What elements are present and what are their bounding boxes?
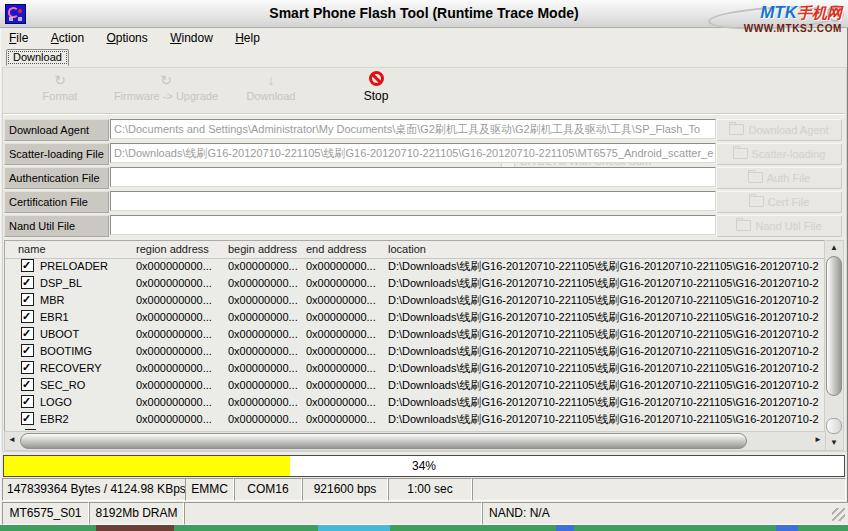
scroll-right-arrow-icon[interactable]: ► <box>811 432 825 450</box>
check-icon: ✓ <box>22 292 31 308</box>
tab-strip: Download <box>0 49 848 67</box>
row-checkbox[interactable]: ✓ <box>21 395 34 408</box>
end-address-value: 0x00000000... <box>306 292 386 309</box>
auth-file-label: Authentication File <box>4 167 109 189</box>
col-region-address[interactable]: region address <box>136 241 209 257</box>
table-row[interactable]: ✓BOOTIMG 0x000000000... 0x00000000... 0x… <box>5 343 825 360</box>
table-header: name region address begin address end ad… <box>5 241 825 259</box>
row-checkbox[interactable]: ✓ <box>21 412 34 425</box>
table-row[interactable]: ✓MBR 0x000000000... 0x00000000... 0x0000… <box>5 292 825 309</box>
folder-icon <box>733 148 748 159</box>
location-value: D:\Downloads\线刷G16-20120710-221105\线刷G16… <box>388 394 825 411</box>
row-checkbox[interactable]: ✓ <box>21 293 34 306</box>
menu-action[interactable]: Action <box>46 28 89 48</box>
auth-file-path-input[interactable] <box>110 167 716 187</box>
nand-util-path-input[interactable] <box>110 215 716 235</box>
check-icon: ✓ <box>22 360 31 376</box>
format-button[interactable]: ↻ Format <box>20 71 100 111</box>
partition-name: PRELOADER <box>40 260 108 272</box>
end-address-value: 0x00000000... <box>306 309 386 326</box>
download-button[interactable]: ↓ Download <box>231 71 311 111</box>
begin-address-value: 0x00000000... <box>228 394 304 411</box>
table-row[interactable]: ✓EBR1 0x000000000... 0x00000000... 0x000… <box>5 309 825 326</box>
menu-file[interactable]: File <box>4 28 33 48</box>
region-address-value: 0x000000000... <box>136 394 226 411</box>
check-icon: ✓ <box>22 394 31 410</box>
cert-browse-button[interactable]: Cert File <box>716 191 842 213</box>
menu-window[interactable]: Window <box>165 28 218 48</box>
cert-file-path-input[interactable] <box>110 191 716 211</box>
row-checkbox[interactable]: ✓ <box>21 378 34 391</box>
stop-button[interactable]: Stop <box>346 71 406 111</box>
tab-download[interactable]: Download <box>6 49 69 66</box>
table-row[interactable]: ✓PRELOADER 0x000000000... 0x00000000... … <box>5 258 825 275</box>
col-name[interactable]: name <box>18 241 46 257</box>
check-icon: ✓ <box>22 377 31 393</box>
region-address-value: 0x000000000... <box>136 292 226 309</box>
row-checkbox[interactable]: ✓ <box>21 259 34 272</box>
table-body: ✓PRELOADER 0x000000000... 0x00000000... … <box>5 258 825 428</box>
scroll-left-arrow-icon[interactable]: ◄ <box>5 432 19 450</box>
region-address-value: 0x000000000... <box>136 343 226 360</box>
partition-name: EBR1 <box>40 311 69 323</box>
partition-name: LOGO <box>40 396 72 408</box>
cert-file-label: Certification File <box>4 191 109 213</box>
partition-name: BOOTIMG <box>40 345 92 357</box>
row-checkbox[interactable]: ✓ <box>21 327 34 340</box>
vertical-scroll-thumb[interactable] <box>826 256 842 396</box>
nand-util-browse-button[interactable]: Nand Util File <box>716 215 842 237</box>
check-icon: ✓ <box>22 326 31 342</box>
stop-icon <box>369 71 384 86</box>
row-checkbox[interactable]: ✓ <box>21 344 34 357</box>
region-address-value: 0x000000000... <box>136 411 226 428</box>
table-row[interactable]: ✓RECOVERY 0x000000000... 0x00000000... 0… <box>5 360 825 377</box>
horizontal-scroll-thumb[interactable] <box>20 433 747 449</box>
col-begin-address[interactable]: begin address <box>228 241 297 257</box>
region-address-value: 0x000000000... <box>136 309 226 326</box>
end-address-value: 0x00000000... <box>306 258 386 275</box>
row-checkbox[interactable]: ✓ <box>21 361 34 374</box>
folder-icon <box>749 196 764 207</box>
location-value: D:\Downloads\线刷G16-20120710-221105\线刷G16… <box>388 275 825 292</box>
scroll-up-arrow-icon[interactable]: ▲ <box>825 241 843 255</box>
table-row[interactable]: ✓EBR2 0x000000000... 0x00000000... 0x000… <box>5 411 825 428</box>
partition-table: name region address begin address end ad… <box>4 240 825 431</box>
auth-browse-button[interactable]: Auth File <box>716 167 842 189</box>
horizontal-scrollbar[interactable]: ◄ ► <box>4 431 826 451</box>
scatter-file-path-input[interactable]: D:\Downloads\线刷G16-20120710-221105\线刷G16… <box>110 143 716 163</box>
region-address-value: 0x000000000... <box>136 377 226 394</box>
location-value: D:\Downloads\线刷G16-20120710-221105\线刷G16… <box>388 377 825 394</box>
begin-address-value: 0x00000000... <box>228 411 304 428</box>
scatter-browse-button[interactable]: Scatter-loading <box>716 143 842 165</box>
location-value: D:\Downloads\线刷G16-20120710-221105\线刷G16… <box>388 258 825 275</box>
progress-bar: 34% <box>3 455 845 477</box>
baud-rate-status: 921600 bps <box>302 478 388 501</box>
menu-options[interactable]: Options <box>101 28 152 48</box>
vertical-scrollbar[interactable]: ▲ ▼ <box>824 240 844 451</box>
row-checkbox[interactable]: ✓ <box>21 310 34 323</box>
location-value: D:\Downloads\线刷G16-20120710-221105\线刷G16… <box>388 360 825 377</box>
menu-help[interactable]: Help <box>230 28 265 48</box>
region-address-value: 0x000000000... <box>136 360 226 377</box>
partition-name: RECOVERY <box>40 362 102 374</box>
download-agent-path-input[interactable]: C:\Documents and Settings\Administrator\… <box>110 119 716 139</box>
table-row[interactable]: ✓LOGO 0x000000000... 0x00000000... 0x000… <box>5 394 825 411</box>
col-location[interactable]: location <box>388 241 426 257</box>
location-value: D:\Downloads\线刷G16-20120710-221105\线刷G16… <box>388 411 825 428</box>
partition-name: EBR2 <box>40 413 69 425</box>
col-end-address[interactable]: end address <box>306 241 367 257</box>
begin-address-value: 0x00000000... <box>228 309 304 326</box>
table-row[interactable]: ✓SEC_RO 0x000000000... 0x00000000... 0x0… <box>5 377 825 394</box>
row-checkbox[interactable]: ✓ <box>21 276 34 289</box>
firmware-upgrade-icon: ↻ <box>96 71 236 89</box>
folder-icon <box>736 220 751 231</box>
region-address-value: 0x000000000... <box>136 258 226 275</box>
download-agent-browse-button[interactable]: Download Agent <box>716 119 842 141</box>
resize-grip[interactable] <box>832 508 845 521</box>
scroll-down-arrow-icon[interactable]: ▼ <box>825 436 843 450</box>
firmware-upgrade-button[interactable]: ↻ Firmware -> Upgrade <box>96 71 236 111</box>
storage-type-status: EMMC <box>185 478 234 501</box>
table-row[interactable]: ✓UBOOT 0x000000000... 0x00000000... 0x00… <box>5 326 825 343</box>
end-address-value: 0x00000000... <box>306 326 386 343</box>
table-row[interactable]: ✓DSP_BL 0x000000000... 0x00000000... 0x0… <box>5 275 825 292</box>
